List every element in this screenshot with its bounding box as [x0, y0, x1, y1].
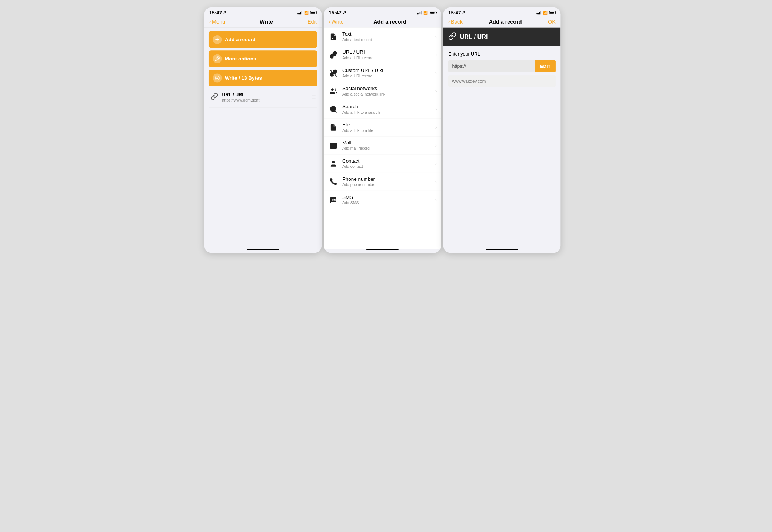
nav-back-write[interactable]: ‹ Write — [329, 19, 343, 25]
screen-write: 15:47 ↗ 📶 ‹ Menu Write Edit — [204, 7, 322, 253]
mail-title: Mail — [342, 140, 435, 146]
menu-item-phone[interactable]: Phone number Add phone number › — [324, 173, 441, 191]
chevron-right-custom-url: › — [435, 70, 437, 76]
file-title: File — [342, 122, 435, 127]
wifi-icon-3: 📶 — [543, 11, 548, 15]
menu-item-search[interactable]: Search Add a link to a search › — [324, 100, 441, 119]
url-subtitle: Add a URL record — [342, 56, 435, 60]
chevron-right-sms: › — [435, 197, 437, 203]
url-prefix-display: https:// — [448, 60, 535, 72]
status-bar-1: 15:47 ↗ 📶 — [204, 7, 322, 17]
link-icon-menu — [328, 50, 339, 60]
record-title-url: URL / URI — [222, 92, 309, 97]
signal-icon-1 — [297, 11, 302, 14]
text-subtitle: Add a text record — [342, 37, 435, 42]
nav-bar-2: ‹ Write Add a record — [324, 17, 441, 28]
chevron-left-icon-3: ‹ — [448, 19, 450, 25]
add-record-button[interactable]: Add a record — [209, 31, 317, 48]
menu-item-mail[interactable]: Mail Add mail record › — [324, 136, 441, 154]
detail-header: URL / URI — [443, 28, 561, 46]
signal-icon-2 — [417, 11, 422, 14]
battery-icon-3 — [549, 11, 556, 14]
custom-url-subtitle: Add a URI record — [342, 74, 435, 78]
write-button[interactable]: Write / 13 Bytes — [209, 70, 317, 86]
more-options-button[interactable]: More options — [209, 50, 317, 67]
status-time-2: 15:47 ↗ — [329, 10, 346, 16]
menu-item-contact[interactable]: Contact Add contact › — [324, 154, 441, 173]
nav-back-back[interactable]: ‹ Back — [448, 19, 463, 25]
search-icon — [328, 104, 339, 114]
home-indicator-1 — [247, 249, 279, 250]
screen1-content: Add a record More options — [204, 28, 322, 140]
nav-back-menu[interactable]: ‹ Menu — [209, 19, 225, 25]
add-record-label: Add a record — [225, 37, 256, 42]
mail-icon — [328, 140, 339, 151]
chevron-right-search: › — [435, 106, 437, 112]
nav-title-2: Add a record — [373, 19, 406, 24]
chevron-right-contact: › — [435, 161, 437, 166]
edit-url-button[interactable]: EDIT — [535, 60, 556, 72]
menu-item-custom-url-info: Custom URL / URI Add a URI record — [342, 67, 435, 78]
back-label-1: Menu — [212, 19, 225, 24]
back-label-2: Write — [331, 19, 343, 24]
chevron-right-mail: › — [435, 143, 437, 148]
menu-item-custom-url[interactable]: Custom URL / URI Add a URI record › — [324, 64, 441, 82]
url-input-row: https:// EDIT — [448, 60, 556, 72]
menu-item-url-info: URL / URI Add a URL record — [342, 49, 435, 60]
search-subtitle: Add a link to a search — [342, 110, 435, 114]
link-slash-icon — [328, 67, 339, 78]
ok-button[interactable]: OK — [548, 19, 556, 24]
nav-title-3: Add a record — [489, 19, 522, 24]
link-icon-record — [210, 93, 219, 102]
menu-item-text[interactable]: Text Add a text record › — [324, 28, 441, 46]
svg-point-11 — [332, 161, 335, 163]
menu-item-url[interactable]: URL / URI Add a URL record › — [324, 46, 441, 64]
menu-item-search-info: Search Add a link to a search — [342, 104, 435, 114]
menu-item-mail-info: Mail Add mail record — [342, 140, 435, 151]
nav-bar-1: ‹ Menu Write Edit — [204, 17, 322, 28]
screen-url-detail: 15:47 ↗ 📶 ‹ Back Add a record OK — [443, 7, 561, 253]
menu-item-social[interactable]: Social networks Add a social network lin… — [324, 82, 441, 100]
mail-subtitle: Add mail record — [342, 146, 435, 151]
chevron-right-phone: › — [435, 179, 437, 184]
file-subtitle: Add a link to a file — [342, 128, 435, 133]
custom-url-title: Custom URL / URI — [342, 67, 435, 73]
social-subtitle: Add a social network link — [342, 92, 435, 96]
svg-line-7 — [335, 111, 336, 112]
menu-item-social-info: Social networks Add a social network lin… — [342, 86, 435, 96]
more-options-label: More options — [225, 56, 256, 61]
time-label-3: 15:47 — [448, 10, 461, 16]
wifi-icon-1: 📶 — [304, 11, 309, 15]
contact-icon — [328, 158, 339, 169]
drag-handle-icon: ☰ — [312, 95, 316, 100]
status-icons-3: 📶 — [537, 11, 556, 15]
nav-bar-3: ‹ Back Add a record OK — [443, 17, 561, 28]
signal-icon-3 — [537, 11, 541, 14]
url-header-icon — [448, 32, 456, 42]
file-icon — [328, 122, 339, 133]
time-label-2: 15:47 — [329, 10, 341, 16]
phone-title: Phone number — [342, 176, 435, 182]
home-indicator-2 — [366, 249, 398, 250]
status-icons-1: 📶 — [297, 11, 316, 15]
edit-button[interactable]: Edit — [307, 19, 317, 24]
menu-item-phone-info: Phone number Add phone number — [342, 176, 435, 187]
record-item-url[interactable]: URL / URI https://www.gdm.gent ☰ — [209, 89, 317, 106]
phone-icon — [328, 176, 339, 187]
chevron-right-social: › — [435, 88, 437, 94]
status-bar-3: 15:47 ↗ 📶 — [443, 7, 561, 17]
url-prefix-text: https:// — [452, 63, 466, 69]
sms-subtitle: Add SMS — [342, 201, 435, 205]
sms-icon: SMS — [328, 194, 339, 205]
url-full-input[interactable] — [448, 75, 556, 87]
search-title: Search — [342, 104, 435, 109]
chevron-left-icon-2: ‹ — [329, 19, 330, 25]
location-arrow-2: ↗ — [343, 10, 346, 15]
contact-subtitle: Add contact — [342, 164, 435, 169]
nav-title-1: Write — [260, 19, 273, 24]
menu-item-contact-info: Contact Add contact — [342, 158, 435, 169]
menu-item-sms[interactable]: SMS SMS Add SMS › — [324, 191, 441, 209]
social-icon — [328, 86, 339, 96]
contact-title: Contact — [342, 158, 435, 164]
menu-item-file[interactable]: File Add a link to a file › — [324, 119, 441, 137]
